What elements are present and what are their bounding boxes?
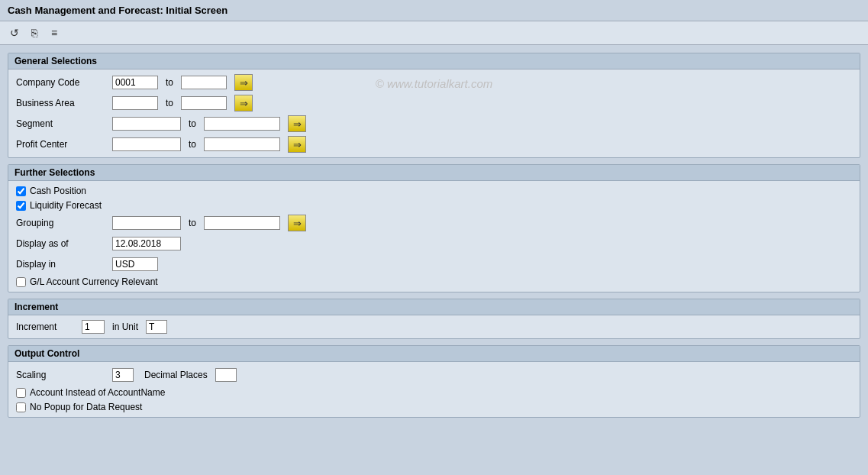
profit-center-label: Profit Center: [16, 139, 108, 150]
to-label-3: to: [189, 118, 196, 129]
to-label-grouping: to: [189, 218, 196, 228]
no-popup-label: No Popup for Data Request: [30, 402, 142, 412]
segment-row: Segment to ⇒: [16, 115, 852, 132]
account-instead-row: Account Instead of AccountName: [16, 387, 852, 398]
toolbar: ↺ ⎘ ≡: [0, 21, 868, 45]
gl-account-currency-checkbox[interactable]: [16, 277, 26, 287]
increment-header: Increment: [8, 299, 860, 315]
increment-label: Increment: [16, 322, 77, 332]
grouping-arrow-btn[interactable]: ⇒: [288, 215, 306, 231]
increment-row: Increment in Unit: [16, 320, 852, 334]
display-as-of-row: Display as of: [16, 235, 852, 252]
grouping-input[interactable]: [112, 216, 181, 230]
profit-center-to-input[interactable]: [204, 137, 280, 151]
display-in-label: Display in: [16, 259, 108, 270]
to-label-1: to: [166, 77, 173, 88]
gl-account-currency-row: G/L Account Currency Relevant: [16, 276, 852, 287]
further-selections-header: Further Selections: [8, 165, 860, 181]
scaling-label: Scaling: [16, 370, 108, 380]
decimal-places-input[interactable]: [215, 368, 237, 382]
general-selections-section: General Selections Company Code to ⇒ Bus…: [8, 53, 860, 158]
company-code-row: Company Code to ⇒: [16, 74, 852, 91]
company-code-label: Company Code: [16, 77, 108, 88]
no-popup-row: No Popup for Data Request: [16, 402, 852, 412]
title-bar: Cash Management and Forecast: Initial Sc…: [0, 0, 868, 21]
scaling-row: Scaling Decimal Places: [16, 367, 852, 383]
output-control-header: Output Control: [8, 346, 860, 362]
business-area-row: Business Area to ⇒: [16, 95, 852, 111]
forward-icon[interactable]: ⎘: [26, 24, 43, 41]
no-popup-checkbox[interactable]: [16, 402, 26, 412]
display-as-of-label: Display as of: [16, 238, 108, 249]
menu-icon[interactable]: ≡: [46, 24, 63, 41]
business-area-to-input[interactable]: [181, 96, 227, 110]
company-code-input[interactable]: [112, 76, 158, 89]
grouping-label: Grouping: [16, 218, 108, 228]
liquidity-forecast-row: Liquidity Forecast: [16, 200, 852, 211]
cash-position-label: Cash Position: [30, 186, 86, 196]
profit-center-input[interactable]: [112, 137, 181, 151]
general-selections-header: General Selections: [8, 53, 860, 69]
grouping-to-input[interactable]: [204, 216, 280, 230]
back-icon[interactable]: ↺: [6, 24, 23, 41]
unit-input[interactable]: [146, 320, 167, 334]
gl-account-currency-label: G/L Account Currency Relevant: [30, 276, 158, 287]
decimal-places-label: Decimal Places: [144, 370, 208, 380]
business-area-label: Business Area: [16, 98, 108, 108]
cash-position-checkbox[interactable]: [16, 186, 26, 196]
display-as-of-input[interactable]: [112, 237, 181, 250]
in-unit-label: in Unit: [112, 322, 138, 332]
liquidity-forecast-label: Liquidity Forecast: [30, 200, 102, 211]
scaling-input[interactable]: [112, 368, 134, 382]
profit-center-row: Profit Center to ⇒: [16, 136, 852, 153]
account-instead-label: Account Instead of AccountName: [30, 387, 165, 398]
to-label-4: to: [189, 139, 196, 150]
cash-position-row: Cash Position: [16, 186, 852, 196]
display-in-input[interactable]: [112, 257, 158, 271]
segment-arrow-btn[interactable]: ⇒: [288, 115, 306, 132]
company-code-to-input[interactable]: [181, 76, 227, 89]
display-in-row: Display in: [16, 256, 852, 273]
company-code-arrow-btn[interactable]: ⇒: [234, 74, 253, 91]
increment-section: Increment Increment in Unit: [8, 299, 860, 339]
segment-to-input[interactable]: [204, 117, 280, 131]
liquidity-forecast-checkbox[interactable]: [16, 201, 26, 211]
output-control-section: Output Control Scaling Decimal Places Ac…: [8, 345, 860, 418]
increment-value-input[interactable]: [82, 320, 105, 334]
business-area-input[interactable]: [112, 96, 158, 110]
page-title: Cash Management and Forecast: Initial Sc…: [8, 5, 227, 16]
segment-label: Segment: [16, 118, 108, 129]
segment-input[interactable]: [112, 117, 181, 131]
grouping-row: Grouping to ⇒: [16, 215, 852, 231]
account-instead-checkbox[interactable]: [16, 388, 26, 398]
to-label-2: to: [166, 98, 173, 108]
further-selections-section: Further Selections Cash Position Liquidi…: [8, 164, 860, 292]
profit-center-arrow-btn[interactable]: ⇒: [288, 136, 306, 153]
business-area-arrow-btn[interactable]: ⇒: [234, 95, 253, 111]
